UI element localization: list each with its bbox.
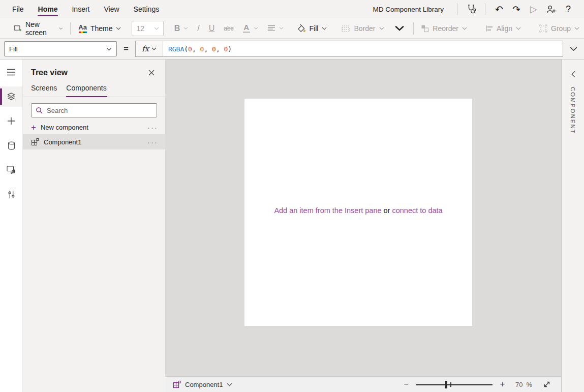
app-checker-button[interactable]: [463, 1, 480, 17]
zoom-slider-tick: [450, 382, 451, 387]
underline-button[interactable]: U: [204, 20, 220, 37]
chevron-down-icon: [574, 27, 579, 30]
formula-token: 0: [200, 45, 204, 53]
new-component-button[interactable]: + New component ···: [23, 120, 165, 134]
tree-search-box[interactable]: [31, 103, 157, 117]
font-color-button[interactable]: A: [238, 20, 263, 37]
property-selector[interactable]: Fill: [4, 41, 117, 56]
zoom-in-button[interactable]: +: [500, 380, 505, 388]
connect-to-data-link[interactable]: connect to data: [392, 206, 442, 215]
undo-icon[interactable]: ↶: [490, 1, 508, 17]
new-component-label: New component: [41, 124, 88, 131]
close-icon: [148, 69, 155, 76]
menu-view[interactable]: View: [97, 0, 126, 18]
divider: [457, 4, 457, 15]
fx-dropdown-button[interactable]: fx: [136, 41, 163, 56]
menu-file-label: File: [12, 5, 24, 13]
reorder-button[interactable]: Reorder: [416, 20, 472, 37]
zoom-out-button[interactable]: −: [404, 380, 408, 388]
menu-settings[interactable]: Settings: [127, 0, 167, 18]
divider: [485, 4, 485, 15]
media-rail-button[interactable]: [0, 160, 22, 180]
align-label: Align: [497, 24, 512, 33]
new-screen-label: New screen: [25, 20, 55, 37]
data-rail-button[interactable]: [0, 135, 22, 156]
redo-icon[interactable]: ↷: [508, 1, 525, 17]
chevron-down-icon: [462, 27, 467, 30]
help-icon[interactable]: ?: [560, 1, 577, 17]
fill-label: Fill: [310, 24, 319, 33]
more-options-icon[interactable]: ···: [147, 138, 158, 146]
expand-panel-chevron-left-icon[interactable]: [571, 71, 575, 78]
equals-sign: =: [124, 44, 129, 54]
tree-view-title: Tree view: [31, 68, 68, 77]
expand-formula-bar-button[interactable]: [563, 47, 584, 51]
chevron-down-icon: [254, 27, 258, 29]
tree-view-rail-button[interactable]: [0, 86, 22, 107]
left-navigation-rail: [0, 59, 23, 392]
share-user-button[interactable]: [542, 1, 560, 17]
canvas-area: Add an item from the Insert paneorconnec…: [165, 59, 561, 392]
align-button[interactable]: Align: [481, 20, 526, 37]
properties-panel-collapsed[interactable]: COMPONENT: [561, 59, 584, 392]
more-options-icon[interactable]: ···: [147, 124, 158, 131]
divider: [413, 22, 414, 35]
menu-home[interactable]: Home: [31, 0, 65, 18]
chevron-down-icon: [227, 383, 232, 386]
add-user-icon: [546, 5, 556, 14]
new-screen-button[interactable]: New screen: [9, 20, 67, 37]
tab-screens[interactable]: Screens: [31, 84, 57, 97]
component-artboard[interactable]: Add an item from the Insert paneorconnec…: [244, 99, 472, 326]
expand-toolbar-chevron-icon: [395, 26, 404, 31]
fill-button[interactable]: Fill: [292, 20, 332, 37]
tree-view-tabs: Screens Components: [23, 79, 165, 97]
plus-icon: +: [31, 123, 36, 132]
search-icon: [36, 107, 43, 114]
play-icon[interactable]: ▷: [525, 1, 542, 17]
bold-button[interactable]: B: [170, 20, 193, 37]
zoom-slider[interactable]: [416, 384, 493, 385]
tree-view-panel: Tree view Screens Components + New compo…: [23, 59, 165, 392]
hamburger-menu-button[interactable]: [0, 62, 22, 82]
theme-button[interactable]: Aa Theme: [74, 20, 126, 37]
component-selector[interactable]: Component1: [173, 380, 232, 388]
fit-to-window-button[interactable]: [543, 380, 551, 388]
hamburger-menu-icon: [7, 69, 16, 76]
formula-token: (: [184, 45, 188, 53]
border-button[interactable]: Border: [336, 20, 388, 37]
insert-rail-button[interactable]: [0, 111, 22, 131]
strikethrough-button[interactable]: abc: [219, 20, 238, 37]
workspace: Tree view Screens Components + New compo…: [0, 59, 584, 392]
hint-conjunction: or: [384, 206, 390, 215]
text-align-icon: [267, 25, 275, 32]
menu-bar-right: MD Component Library ↶ ↷ ▷: [373, 1, 584, 17]
zoom-slider-handle[interactable]: [445, 381, 447, 388]
text-align-button[interactable]: [263, 20, 288, 37]
canvas-status-bar: Component1 − + 70 %: [165, 376, 561, 392]
menu-file[interactable]: File: [5, 0, 31, 18]
zoom-controls: − + 70 %: [404, 380, 551, 388]
chevron-down-icon: [516, 27, 521, 30]
insert-pane-link[interactable]: Add an item from the Insert pane: [274, 206, 381, 215]
fx-icon: fx: [142, 44, 149, 53]
formula-input[interactable]: RGBA(0, 0, 0, 0): [163, 41, 563, 56]
italic-button[interactable]: /: [193, 20, 204, 37]
underline-icon: U: [209, 24, 215, 33]
database-icon: [8, 141, 15, 150]
close-tree-view-button[interactable]: [145, 66, 158, 79]
tab-components[interactable]: Components: [66, 84, 106, 97]
font-size-combobox[interactable]: 12: [132, 21, 163, 36]
chevron-down-icon: [116, 27, 121, 30]
tree-item-component1[interactable]: Component1 ···: [23, 134, 165, 149]
menu-settings-label: Settings: [134, 5, 160, 13]
formula-token: ,: [192, 45, 200, 53]
expand-toolbar-button[interactable]: [389, 26, 410, 31]
chevron-down-icon: [59, 27, 63, 30]
tree-view-layers-icon: [7, 92, 16, 101]
new-screen-icon: [14, 24, 22, 33]
group-label: Group: [551, 24, 571, 33]
menu-insert[interactable]: Insert: [65, 0, 97, 18]
search-input[interactable]: [47, 107, 152, 114]
advanced-tools-rail-button[interactable]: [0, 184, 22, 204]
group-button[interactable]: Group: [535, 20, 584, 37]
